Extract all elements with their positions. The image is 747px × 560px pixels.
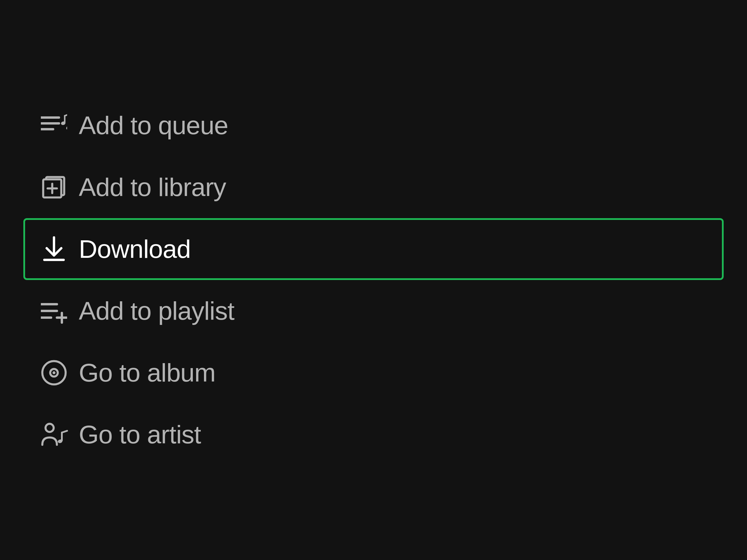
svg-point-20 [46,424,54,432]
download-item[interactable]: Download [23,218,724,280]
add-to-queue-item[interactable]: Add to queue [23,95,724,156]
go-to-album-item[interactable]: Go to album [23,342,724,404]
svg-point-19 [53,371,55,374]
add-to-queue-label: Add to queue [79,110,228,140]
add-to-playlist-label: Add to playlist [79,296,234,326]
go-to-artist-label: Go to artist [79,420,201,450]
playlist-add-icon [41,298,79,324]
artist-icon [41,422,79,448]
go-to-artist-item[interactable]: Go to artist [23,404,724,465]
album-icon [41,359,79,386]
go-to-album-label: Go to album [79,358,215,388]
svg-line-4 [65,114,67,116]
add-to-library-item[interactable]: Add to library [23,156,724,218]
context-menu: Add to queue Add to library [0,77,747,483]
add-to-playlist-item[interactable]: Add to playlist [23,280,724,342]
add-to-library-label: Add to library [79,172,226,202]
svg-line-22 [62,431,67,432]
library-add-icon [41,174,79,201]
download-label: Download [79,234,190,264]
download-icon [41,236,79,262]
queue-music-icon [41,112,79,138]
